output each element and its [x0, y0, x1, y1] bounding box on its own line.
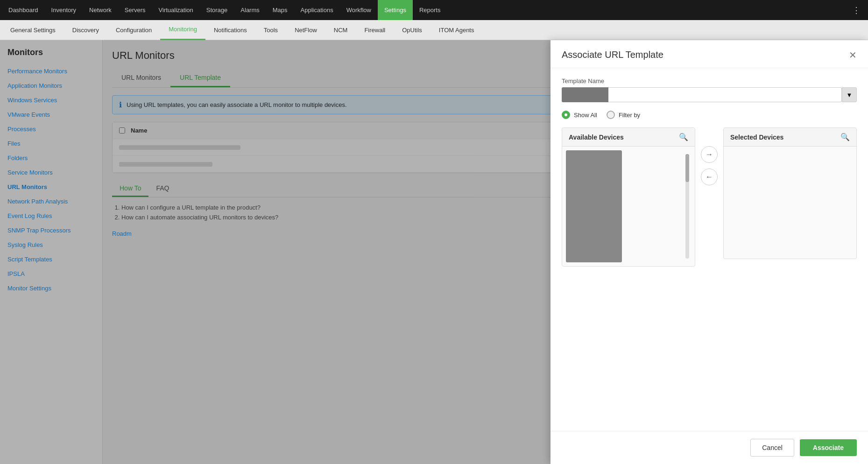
- available-devices-list: [566, 150, 691, 262]
- cancel-button[interactable]: Cancel: [750, 439, 794, 457]
- template-name-field: ▼: [562, 87, 857, 102]
- subnav-itom-agents[interactable]: ITOM Agents: [430, 20, 483, 40]
- template-name-label: Template Name: [562, 77, 857, 84]
- subnav-tools[interactable]: Tools: [255, 20, 286, 40]
- move-left-button[interactable]: ←: [701, 169, 718, 185]
- nav-alarms[interactable]: Alarms: [234, 0, 266, 20]
- scrollbar-thumb: [685, 154, 689, 182]
- arrow-left-icon: ←: [706, 173, 713, 181]
- radio-filter-by-dot: [607, 111, 615, 119]
- selected-devices-search-icon[interactable]: 🔍: [840, 133, 850, 141]
- modal-header: Associate URL Template ✕: [550, 40, 868, 68]
- radio-show-all[interactable]: Show All: [562, 111, 597, 119]
- device-item[interactable]: [566, 150, 622, 262]
- subnav-general-settings[interactable]: General Settings: [2, 20, 64, 40]
- modal-body: Template Name ▼ Show All Filter by: [550, 68, 868, 431]
- nav-storage[interactable]: Storage: [200, 0, 234, 20]
- associate-button[interactable]: Associate: [800, 439, 857, 456]
- available-devices-search-icon[interactable]: 🔍: [679, 133, 688, 141]
- scrollbar[interactable]: [685, 154, 689, 259]
- subnav-discovery[interactable]: Discovery: [64, 20, 107, 40]
- template-name-input[interactable]: [608, 87, 842, 102]
- move-right-button[interactable]: →: [701, 146, 718, 163]
- device-panels: Available Devices 🔍: [562, 127, 857, 267]
- template-dropdown-arrow[interactable]: ▼: [842, 87, 857, 102]
- nav-maps[interactable]: Maps: [266, 0, 294, 20]
- subnav-configuration[interactable]: Configuration: [107, 20, 160, 40]
- nav-servers[interactable]: Servers: [118, 0, 152, 20]
- subnav-firewall[interactable]: Firewall: [356, 20, 394, 40]
- selected-devices-panel: Selected Devices 🔍: [723, 127, 857, 259]
- transfer-buttons: → ←: [695, 146, 723, 185]
- nav-dashboard[interactable]: Dashboard: [2, 0, 45, 20]
- subnav-netflow[interactable]: NetFlow: [286, 20, 325, 40]
- available-devices-title: Available Devices: [569, 134, 624, 141]
- available-devices-panel: Available Devices 🔍: [562, 127, 695, 267]
- available-devices-header: Available Devices 🔍: [562, 128, 695, 147]
- modal-close-button[interactable]: ✕: [849, 50, 857, 60]
- radio-filter-by-label: Filter by: [619, 112, 640, 119]
- subnav-ncm[interactable]: NCM: [325, 20, 356, 40]
- radio-row: Show All Filter by: [562, 111, 857, 119]
- nav-inventory[interactable]: Inventory: [45, 0, 83, 20]
- top-navigation: Dashboard Inventory Network Servers Virt…: [0, 0, 868, 20]
- radio-show-all-dot: [562, 111, 570, 119]
- nav-more-icon[interactable]: ⋮: [847, 5, 866, 15]
- arrow-right-icon: →: [706, 150, 713, 159]
- subnav-notifications[interactable]: Notifications: [205, 20, 255, 40]
- radio-show-all-label: Show All: [574, 112, 597, 119]
- nav-applications[interactable]: Applications: [294, 0, 340, 20]
- available-devices-body: [562, 147, 695, 266]
- radio-filter-by[interactable]: Filter by: [607, 111, 640, 119]
- nav-workflow[interactable]: Workflow: [340, 0, 378, 20]
- modal-title: Associate URL Template: [562, 49, 663, 60]
- sub-navigation: General Settings Discovery Configuration…: [0, 20, 868, 40]
- nav-virtualization[interactable]: Virtualization: [152, 0, 200, 20]
- nav-settings[interactable]: Settings: [378, 0, 413, 20]
- subnav-monitoring[interactable]: Monitoring: [160, 20, 205, 40]
- template-name-preview: [562, 87, 608, 102]
- selected-devices-title: Selected Devices: [730, 134, 783, 141]
- nav-reports[interactable]: Reports: [413, 0, 447, 20]
- modal-footer: Cancel Associate: [550, 431, 868, 464]
- subnav-oputils[interactable]: OpUtils: [394, 20, 430, 40]
- associate-url-template-modal: Associate URL Template ✕ Template Name ▼…: [550, 40, 868, 464]
- selected-devices-header: Selected Devices 🔍: [724, 128, 856, 147]
- selected-devices-body: [724, 147, 856, 259]
- nav-network[interactable]: Network: [83, 0, 118, 20]
- main-layout: Monitors Performance Monitors Applicatio…: [0, 40, 868, 464]
